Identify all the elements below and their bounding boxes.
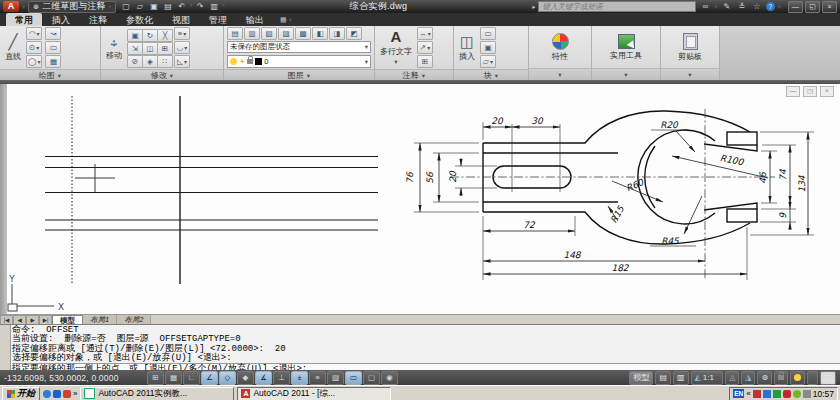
edit-block-button[interactable]: ▣ [480, 41, 496, 54]
workspace-switch-button[interactable]: ⊛ [757, 371, 772, 385]
model-space-view[interactable]: 20 30 76 56 20 72 148 182 46 74 134 9 R2… [0, 84, 840, 314]
media-player-icon[interactable] [63, 390, 71, 398]
tab-home[interactable]: 常用 [6, 13, 42, 26]
create-block-button[interactable]: ▭ [480, 27, 496, 40]
taskbar-item-autocad[interactable]: A AutoCAD 2011 - [综... [237, 387, 391, 400]
tab-manage[interactable]: 管理 [200, 13, 236, 26]
dynamic-input-toggle[interactable]: ± [291, 371, 308, 385]
scale-tool-button[interactable]: ⊞ [157, 42, 173, 55]
title-expand-icon[interactable] [532, 3, 535, 11]
dimension-tool-button[interactable]: ↔▾ [417, 27, 433, 40]
quick-launch-overflow-chevron-icon[interactable]: » [73, 389, 77, 398]
otrack-toggle[interactable]: ∡ [255, 371, 272, 385]
new-file-button[interactable]: ▢ [119, 1, 132, 12]
doc-minimize-button[interactable]: — [786, 86, 800, 97]
help-icon[interactable]: ? [766, 2, 775, 11]
snap-toggle[interactable]: ⊞ [147, 371, 164, 385]
tab-output[interactable]: 输出 [237, 13, 273, 26]
help-chevron-icon[interactable] [778, 3, 781, 11]
mtext-button[interactable]: A 多行文字 [378, 29, 414, 66]
osnap-3d-toggle[interactable]: ◆ [237, 371, 254, 385]
clipboard-panel-footer[interactable] [661, 68, 719, 80]
quick-properties-toggle[interactable]: ▭ [345, 371, 362, 385]
drawing-canvas[interactable]: — ◳ × [0, 84, 840, 314]
search-chevron-icon[interactable] [714, 3, 717, 11]
restore-button[interactable]: ◱ [805, 1, 820, 13]
current-layer-dropdown[interactable]: ☀ 0 [227, 55, 371, 68]
osnap-toggle[interactable]: ◇ [219, 371, 236, 385]
updater-icon[interactable] [793, 390, 801, 398]
close-button[interactable]: × [822, 1, 837, 13]
taskbar-item-document[interactable]: AutoCAD 2011实例教... [80, 387, 234, 400]
logo-menu-chevron-icon[interactable] [22, 3, 25, 11]
qat-customize-chevron-icon[interactable] [222, 1, 225, 12]
layer-color-swatch[interactable] [255, 58, 262, 65]
command-window[interactable]: 命令: OFFSET 当前设置: 删除源=否 图层=源 OFFSETGAPTYP… [0, 324, 840, 370]
mirror-tool-button[interactable]: ◫ [142, 42, 158, 55]
polyline-tool-button[interactable]: ↝ [45, 27, 61, 40]
tray-collapse-chevron-icon[interactable]: « [746, 389, 750, 398]
network-status-icon[interactable] [753, 390, 761, 398]
layer-lock-button[interactable]: ▩ [295, 27, 311, 40]
model-space-button[interactable]: 模型 [629, 371, 653, 385]
circle-tool-button[interactable]: ⊙▾ [26, 41, 42, 54]
paste-button[interactable]: 剪贴板 [676, 33, 704, 62]
toolbar-lock-button[interactable] [774, 371, 788, 385]
undo-button[interactable]: ↶ [175, 1, 188, 12]
trim-tool-button[interactable]: ╳ [157, 29, 173, 42]
grid-toggle[interactable]: ▦ [165, 371, 182, 385]
layer-match-button[interactable]: ◧ [312, 27, 328, 40]
tab-parametric[interactable]: 参数化 [117, 13, 162, 26]
line-tool-button[interactable]: ╱ 直线 [3, 34, 23, 62]
display-settings-icon[interactable] [763, 390, 771, 398]
quick-view-drawings-button[interactable]: ▥ [673, 371, 689, 385]
ribbon-options[interactable]: ▦ [280, 13, 292, 26]
utilities-panel-footer[interactable] [592, 68, 660, 80]
redo-button[interactable]: ↷ [194, 1, 207, 12]
annotation-scale-button[interactable]: ◭ 1:1 [691, 371, 724, 385]
monitor-icon[interactable] [803, 390, 811, 398]
status-menu-button[interactable] [807, 371, 818, 385]
annotation-visibility-button[interactable]: ◬ [725, 371, 739, 385]
rotate-tool-button[interactable]: ↻ [142, 29, 158, 42]
search-input[interactable] [538, 1, 696, 12]
clock[interactable]: 10:57 [813, 389, 834, 399]
hatch-tool-button[interactable]: ▦ [45, 55, 61, 68]
offset-tool-button[interactable]: ≡▾ [174, 27, 190, 40]
tab-annotate[interactable]: 注释 [80, 13, 116, 26]
stretch-tool-button[interactable]: ⇲ [127, 42, 143, 55]
favorites-star-icon[interactable]: ☆ [751, 2, 763, 11]
plot-button[interactable]: ▤ [161, 1, 174, 12]
command-window-gutter[interactable] [0, 325, 11, 370]
layer-isolate-button[interactable]: ▧ [261, 27, 277, 40]
tab-insert[interactable]: 插入 [43, 13, 79, 26]
block-attributes-button[interactable]: ▱▾ [480, 55, 496, 68]
utilities-button[interactable]: 实用工具 [608, 34, 644, 61]
layer-thaw-sun-icon[interactable]: ☀ [239, 58, 245, 66]
layer-unlock-icon[interactable] [247, 59, 253, 64]
layer-off-button[interactable]: ▥ [244, 27, 260, 40]
layer-properties-button[interactable]: ▤ [227, 27, 243, 40]
annotation-autoscale-button[interactable]: ◮ [741, 371, 755, 385]
layer-walk-button[interactable]: ◩ [346, 27, 362, 40]
properties-button[interactable]: 特性 [550, 33, 571, 62]
leader-tool-button[interactable]: ↗▾ [417, 41, 433, 54]
layer-freeze-button[interactable]: ▨ [278, 27, 294, 40]
erase-tool-button[interactable]: ⊘ [127, 55, 143, 68]
subscription-wrench-icon[interactable]: ✎ [721, 2, 733, 11]
hardware-acceleration-button[interactable] [790, 371, 805, 385]
minimize-button[interactable]: — [788, 1, 803, 13]
explode-tool-button[interactable]: ◈ [142, 55, 158, 68]
communication-center-icon[interactable]: ≚ [736, 2, 748, 11]
layer-prev-button[interactable]: ◨ [329, 27, 345, 40]
move-tool-button[interactable]: ↔↕ 移动 [104, 35, 124, 61]
clean-screen-button[interactable]: ▢ [820, 371, 836, 385]
ime-language-indicator[interactable]: EN [733, 389, 744, 398]
workspace-selector[interactable]: ⊛ 二维草图与注释 [28, 1, 116, 13]
quick-view-layouts-button[interactable]: ▤ [655, 371, 671, 385]
antivirus-icon[interactable] [773, 390, 781, 398]
centerlines[interactable] [450, 109, 775, 280]
copy-tool-button[interactable]: ▣ [127, 29, 143, 42]
fillet-tool-button[interactable]: ◡▾ [174, 41, 190, 54]
security-shield-icon[interactable] [783, 390, 791, 398]
